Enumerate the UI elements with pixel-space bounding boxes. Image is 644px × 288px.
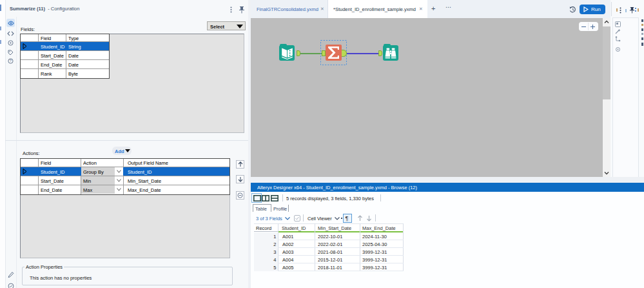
svg-text:?: ? (10, 59, 12, 63)
